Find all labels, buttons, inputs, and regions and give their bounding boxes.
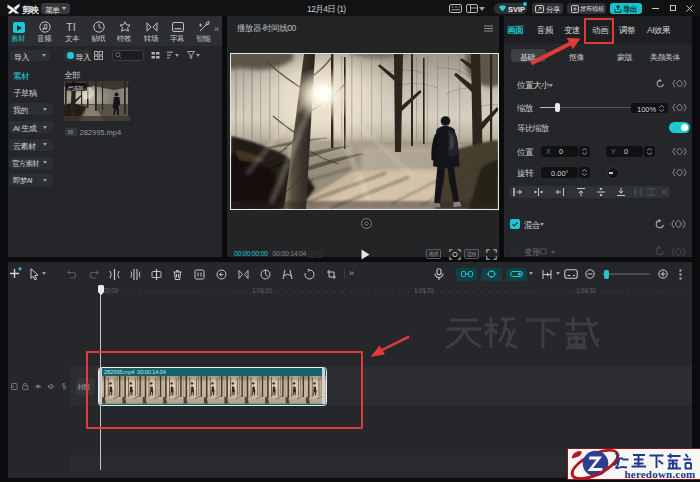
- svg-text:heredown.com: heredown.com: [625, 467, 696, 479]
